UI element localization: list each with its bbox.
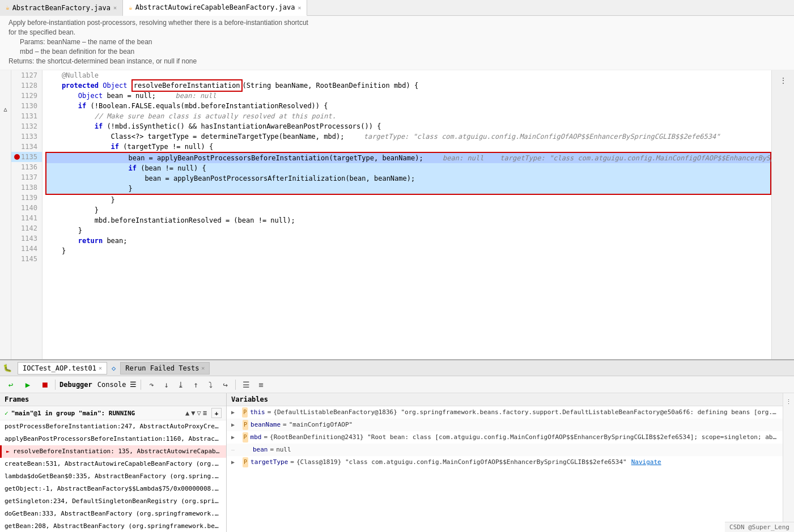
frame-item-8[interactable]: getBean:208, AbstractBeanFactory (org.sp… bbox=[0, 520, 226, 532]
debug-tab-rerun-close[interactable]: ✕ bbox=[201, 365, 205, 371]
code-line-1130: if (!Boolean.FALSE.equals(mbd.beforeInst… bbox=[45, 101, 771, 111]
var-scroll-btn[interactable]: ⋮ bbox=[782, 394, 795, 409]
doc-comment: Apply before-instantiation post-processo… bbox=[0, 16, 794, 70]
code-1138: } bbox=[46, 184, 133, 194]
code-line-1142: } bbox=[45, 225, 771, 236]
var-targettype: ▶ P targetType = {Class@1819} "class com… bbox=[227, 456, 783, 469]
gutter-1131 bbox=[1, 114, 10, 124]
tab-close-icon[interactable]: ✕ bbox=[113, 5, 117, 11]
code-1140: } bbox=[45, 205, 99, 215]
var-expand-targettype[interactable]: ▶ bbox=[231, 457, 238, 467]
debug-tab-ioctest-close[interactable]: ✕ bbox=[99, 365, 102, 371]
var-eq-targettype: = bbox=[290, 457, 294, 467]
var-val-mbd: {RootBeanDefinition@2431} "Root bean: cl… bbox=[270, 432, 778, 442]
debug-session-tabs: 🐛 IOCTest_AOP.test01 ✕ ◇ Rerun Failed Te… bbox=[0, 360, 794, 376]
line-num-1141: 1141 bbox=[11, 213, 42, 223]
doc-line-2: for the specified bean. bbox=[9, 28, 785, 36]
var-bean: — bean = null bbox=[227, 444, 783, 456]
resume-icon[interactable]: ▶ bbox=[22, 378, 34, 391]
frame-item-4[interactable]: lambda$doGetBean$0:335, AbstractBeanFact… bbox=[0, 470, 226, 483]
line-num-1143: 1143 bbox=[11, 233, 42, 244]
debugger-side-icons: ↩ ▶ ⏹ bbox=[5, 378, 51, 391]
tab-abstract-bean-factory[interactable]: ☕ AbstractBeanFactory.java ✕ bbox=[0, 0, 123, 16]
tab-close-icon-2[interactable]: ✕ bbox=[298, 5, 301, 11]
frames-list[interactable]: ✓ "main"@1 in group "main": RUNNING ▲ ▼ … bbox=[0, 406, 226, 532]
type-object: Object bbox=[103, 80, 131, 91]
evaluate-btn[interactable]: ↪ bbox=[219, 378, 231, 391]
code-content-area[interactable]: @Nullable protected Object resolveBefore… bbox=[43, 70, 771, 359]
frame-item-3[interactable]: createBean:531, AbstractAutowireCapableB… bbox=[0, 458, 226, 470]
method-name-highlight: resolveBeforeInstantiation bbox=[131, 79, 243, 92]
console-section-label[interactable]: Console bbox=[97, 381, 126, 389]
gutter-1127 bbox=[1, 73, 10, 83]
line-num-1129: 1129 bbox=[11, 91, 42, 101]
thread-more-btn[interactable]: ≡ bbox=[203, 409, 207, 417]
code-line-1145 bbox=[45, 256, 771, 266]
line-num-1127: 1127 bbox=[11, 70, 42, 80]
code-1134: (targetType != null) { bbox=[123, 142, 213, 152]
selected-arrow: ► bbox=[6, 448, 13, 454]
type-obj-1129: Object bbox=[45, 91, 107, 101]
debug-val-1129: bean: null bbox=[176, 91, 216, 101]
frame-item-6[interactable]: getSingleton:234, DefaultSingletonBeanRe… bbox=[0, 495, 226, 508]
debug-highlight-block: bean = applyBeanPostProcessorsBeforeInst… bbox=[45, 152, 771, 195]
var-expand-mbd[interactable]: ▶ bbox=[231, 432, 238, 442]
line-num-1140: 1140 bbox=[11, 203, 42, 213]
thread-up-btn[interactable]: ▲ bbox=[185, 409, 189, 417]
thread-down-btn[interactable]: ▼ bbox=[191, 409, 195, 417]
toolbar-sep-1 bbox=[55, 380, 56, 390]
force-step-into-btn[interactable]: ⤓ bbox=[175, 378, 187, 391]
kw-if-1134: if bbox=[45, 142, 123, 152]
var-mbd: ▶ P mbd = {RootBeanDefinition@2431} "Roo… bbox=[227, 431, 783, 444]
check-icon: ✓ bbox=[5, 410, 9, 417]
more-btn[interactable]: ≡ bbox=[254, 378, 267, 391]
navigate-link-targettype[interactable]: Navigate bbox=[631, 457, 661, 467]
code-line-1136: if (bean != null) { bbox=[46, 163, 770, 173]
settings-btn[interactable]: ☰ bbox=[240, 378, 252, 391]
step-over-btn[interactable]: ↷ bbox=[145, 378, 158, 391]
gutter-1137 bbox=[1, 175, 10, 185]
kw-if-1130: if bbox=[45, 101, 90, 111]
code-1137: bean = applyBeanPostProcessorsAfterIniti… bbox=[46, 173, 415, 184]
stop-icon[interactable]: ⏹ bbox=[39, 378, 51, 391]
debug-tab-ioctest[interactable]: IOCTest_AOP.test01 ✕ bbox=[18, 362, 107, 374]
frame-item-1[interactable]: applyBeanPostProcessorsBeforeInstantiati… bbox=[0, 433, 226, 445]
restart-icon[interactable]: ↩ bbox=[5, 378, 17, 391]
gutter-1145 bbox=[1, 257, 10, 267]
line-num-1131: 1131 bbox=[11, 111, 42, 121]
frame-item-5[interactable]: getObject:-1, AbstractBeanFactory$$Lambd… bbox=[0, 483, 226, 495]
toolbar-icon-list: ☰ bbox=[130, 380, 137, 389]
code-line-1128: protected Object resolveBeforeInstantiat… bbox=[45, 80, 771, 91]
var-expand-beanname[interactable]: ▶ bbox=[231, 420, 238, 430]
add-thread-btn[interactable]: + bbox=[211, 408, 222, 418]
frame-item-2[interactable]: ► resolveBeforeInstantiation: 135, Abstr… bbox=[0, 445, 226, 458]
code-line-1129: Object bean = null; bean: null bbox=[45, 91, 771, 101]
debug-val-1135: bean: null targetType: "class com.atguig… bbox=[435, 153, 771, 163]
code-1130: (!Boolean.FALSE.equals(mbd.beforeInstant… bbox=[90, 101, 328, 111]
thread-filter-btn[interactable]: ▽ bbox=[197, 409, 201, 417]
kw-if-1132: if bbox=[45, 121, 107, 131]
gutter-1144 bbox=[1, 246, 10, 257]
debug-tab-rerun[interactable]: Rerun Failed Tests ✕ bbox=[120, 362, 210, 374]
toolbar-sep-3 bbox=[235, 380, 236, 390]
debugger-section-label: Debugger bbox=[60, 381, 92, 389]
gutter-1130[interactable]: △ bbox=[1, 104, 10, 114]
bottom-status-bar: CSDN @Super_Leng bbox=[725, 522, 794, 532]
tab-abstract-autowire[interactable]: ☕ AbstractAutowireCapableBeanFactory.jav… bbox=[123, 0, 307, 16]
step-into-btn[interactable]: ↓ bbox=[160, 378, 172, 391]
thread-item[interactable]: ✓ "main"@1 in group "main": RUNNING ▲ ▼ … bbox=[0, 406, 226, 420]
gutter-1129 bbox=[1, 93, 10, 104]
run-to-cursor-btn[interactable]: ⤵ bbox=[204, 378, 216, 391]
var-name-this: this bbox=[250, 407, 265, 418]
right-btn-1[interactable]: ⋮ bbox=[776, 73, 791, 88]
gutter-1142 bbox=[1, 226, 10, 236]
step-out-btn[interactable]: ↑ bbox=[189, 378, 202, 391]
debug-toolbar: ↩ ▶ ⏹ Debugger Console ☰ ↷ ↓ ⤓ ↑ ⤵ ↪ ☰ ≡ bbox=[0, 376, 794, 393]
gutter-1134 bbox=[1, 144, 10, 155]
gutter-1128 bbox=[1, 83, 10, 93]
code-editor: △ 1127 1128 1129 1130 1131 1132 1133 113… bbox=[0, 70, 794, 359]
debug-tab-rerun-label: Rerun Failed Tests bbox=[125, 364, 199, 372]
frame-item-7[interactable]: doGetBean:333, AbstractBeanFactory (org.… bbox=[0, 508, 226, 520]
var-expand-this[interactable]: ▶ bbox=[231, 407, 237, 418]
frame-item-0[interactable]: postProcessBeforeInstantiation:247, Abst… bbox=[0, 420, 226, 433]
